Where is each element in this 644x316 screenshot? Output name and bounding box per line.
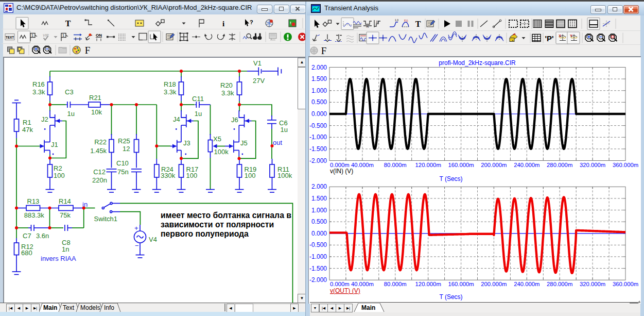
svg-text:330k: 330k — [161, 172, 176, 179]
svg-text:R1: R1 — [23, 119, 31, 126]
svg-text:0.000: 0.000 — [311, 110, 327, 118]
svg-text:320.000m: 320.000m — [580, 281, 605, 287]
svg-text:Text: Text — [63, 304, 75, 311]
svg-text:40.000m: 40.000m — [351, 281, 374, 287]
svg-text:1.0: 1.0 — [395, 19, 398, 22]
svg-text:1.000: 1.000 — [311, 87, 327, 94]
svg-text:1.45k: 1.45k — [90, 147, 107, 155]
svg-text:R18: R18 — [164, 80, 176, 88]
svg-text:J4: J4 — [173, 115, 180, 123]
svg-text:J2: J2 — [41, 115, 48, 123]
svg-text:100: 100 — [245, 172, 256, 179]
svg-text:120.000m: 120.000m — [415, 162, 441, 168]
svg-text:-1.000: -1.000 — [309, 253, 327, 260]
svg-text:-2.000: -2.000 — [309, 157, 327, 164]
svg-text:'P': 'P' — [545, 34, 553, 43]
svg-text:+: + — [512, 39, 514, 42]
svg-text:R20: R20 — [220, 81, 233, 89]
svg-text:T: T — [415, 20, 421, 28]
svg-text:C7: C7 — [23, 232, 31, 240]
svg-text:3.3k: 3.3k — [164, 88, 177, 96]
svg-text:+: + — [134, 224, 138, 232]
svg-text:T (Secs): T (Secs) — [439, 175, 462, 182]
svg-text:80.000m: 80.000m — [384, 281, 407, 287]
svg-text:883.3k: 883.3k — [24, 211, 45, 219]
svg-text:27V: 27V — [253, 77, 265, 85]
svg-text:3.3k: 3.3k — [221, 89, 234, 97]
svg-text:360.000m: 360.000m — [613, 162, 638, 168]
svg-text:1u: 1u — [195, 110, 202, 118]
svg-text:1n: 1n — [62, 245, 69, 253]
svg-text:-2.000: -2.000 — [309, 276, 327, 284]
svg-text:240.000m: 240.000m — [514, 281, 539, 287]
svg-text:-1.500: -1.500 — [309, 265, 327, 272]
svg-text:1u: 1u — [67, 110, 75, 118]
svg-text:1.500: 1.500 — [311, 195, 327, 202]
svg-text:100k: 100k — [214, 148, 229, 156]
svg-text:C3: C3 — [65, 88, 74, 96]
svg-text:-1.000: -1.000 — [309, 134, 327, 141]
svg-text:10: 10 — [376, 20, 379, 23]
svg-text:C11: C11 — [192, 95, 204, 103]
svg-text:J6: J6 — [231, 116, 238, 124]
svg-text:первого полупериода: первого полупериода — [161, 229, 249, 238]
svg-text:R13: R13 — [27, 197, 40, 205]
svg-text:R21: R21 — [89, 94, 101, 102]
svg-text:Info: Info — [104, 304, 114, 311]
svg-text:R25: R25 — [118, 137, 130, 145]
svg-text:out: out — [273, 139, 282, 146]
svg-text:1.500: 1.500 — [311, 75, 327, 82]
svg-text:0.500: 0.500 — [311, 218, 327, 225]
svg-text:profi-Mod_2kHz-square.CIR: profi-Mod_2kHz-square.CIR — [439, 59, 516, 66]
svg-text:12: 12 — [123, 145, 130, 153]
svg-text:160.000m: 160.000m — [448, 281, 474, 287]
svg-text:2.000: 2.000 — [311, 183, 327, 190]
svg-text:40.000m: 40.000m — [351, 162, 374, 168]
svg-text:3.3k: 3.3k — [32, 88, 45, 96]
svg-text:Main: Main — [361, 304, 375, 311]
svg-text:280.000m: 280.000m — [547, 162, 572, 168]
svg-text:280.000m: 280.000m — [547, 281, 572, 287]
svg-text:-0.500: -0.500 — [309, 122, 327, 129]
svg-text:160.000m: 160.000m — [448, 162, 474, 168]
svg-text:−: − — [135, 242, 139, 250]
svg-text:-1.500: -1.500 — [309, 145, 327, 153]
svg-text:Switch1: Switch1 — [94, 215, 118, 223]
svg-text:1.000: 1.000 — [311, 207, 327, 214]
svg-text:V4: V4 — [149, 236, 157, 243]
svg-text:HI: HI — [367, 25, 369, 28]
svg-text:75n: 75n — [117, 168, 129, 176]
svg-text:220n: 220n — [92, 176, 107, 184]
svg-text:имеет место болтанка сигнала в: имеет место болтанка сигнала в — [161, 211, 291, 220]
svg-text:T (Secs): T (Secs) — [439, 293, 462, 301]
svg-text:J1: J1 — [51, 141, 58, 148]
svg-text:100: 100 — [54, 172, 65, 179]
svg-text:680: 680 — [21, 249, 32, 257]
svg-text:2.000: 2.000 — [311, 64, 327, 71]
svg-text:75k: 75k — [60, 211, 71, 219]
svg-text:10k: 10k — [91, 108, 102, 116]
svg-text:v(OUT) (V): v(OUT) (V) — [330, 287, 360, 294]
svg-text:in: in — [82, 201, 88, 208]
svg-text:80.000m: 80.000m — [384, 162, 407, 168]
svg-text:X5: X5 — [213, 135, 221, 143]
svg-text:J3: J3 — [183, 139, 190, 147]
svg-text:3.6n: 3.6n — [36, 232, 49, 240]
svg-text:240.000m: 240.000m — [514, 162, 539, 168]
svg-text:200.000m: 200.000m — [481, 281, 507, 287]
svg-text:47k: 47k — [22, 126, 33, 134]
svg-text:R22: R22 — [94, 138, 107, 146]
svg-text:X: X — [559, 34, 562, 38]
svg-text:100k: 100k — [277, 172, 292, 179]
svg-text:V1: V1 — [253, 59, 262, 67]
svg-text:зависимости от полярности: зависимости от полярности — [161, 220, 274, 229]
svg-text:0.000m: 0.000m — [330, 281, 350, 287]
svg-text:F: F — [321, 45, 327, 56]
svg-text:100: 100 — [186, 172, 198, 179]
svg-text:120.000m: 120.000m — [415, 281, 441, 287]
svg-text:v(IN) (V): v(IN) (V) — [330, 168, 353, 175]
svg-text:C10: C10 — [116, 159, 129, 167]
svg-text:1u: 1u — [281, 126, 288, 134]
svg-text:0.000: 0.000 — [311, 230, 327, 237]
svg-text:R2: R2 — [54, 164, 62, 172]
